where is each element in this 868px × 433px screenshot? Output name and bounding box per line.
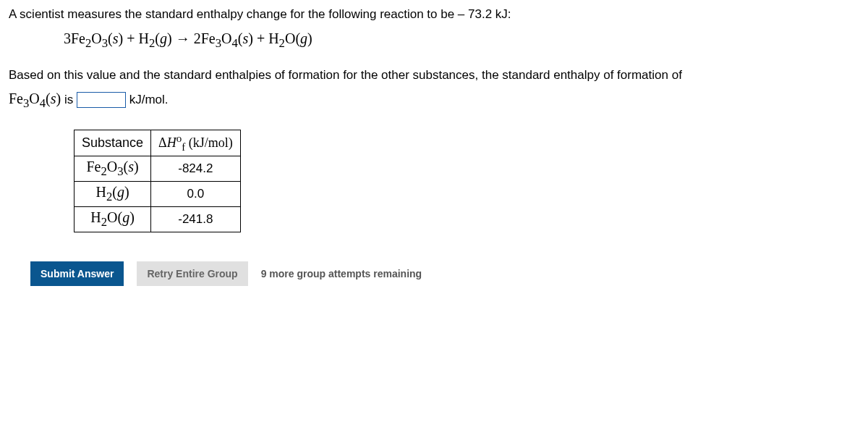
- button-row: Submit Answer Retry Entire Group 9 more …: [30, 261, 859, 286]
- value-cell: -241.8: [151, 206, 241, 232]
- attempts-remaining: 9 more group attempts remaining: [261, 268, 422, 279]
- question-post: kJ/mol.: [129, 93, 169, 106]
- answer-input[interactable]: [77, 92, 126, 108]
- table-row: Fe2O3(s) -824.2: [75, 156, 241, 181]
- substance-cell: H2(g): [75, 181, 151, 206]
- value-cell: 0.0: [151, 181, 241, 206]
- question-line: Based on this value and the standard ent…: [9, 65, 859, 114]
- substance-cell: Fe2O3(s): [75, 156, 151, 181]
- retry-button[interactable]: Retry Entire Group: [137, 261, 247, 286]
- question-pre: Based on this value and the standard ent…: [9, 68, 682, 82]
- table-row: H2(g) 0.0: [75, 181, 241, 206]
- substance-cell: H2O(g): [75, 206, 151, 232]
- enthalpy-table: Substance ΔHof (kJ/mol) Fe2O3(s) -824.2 …: [74, 130, 241, 232]
- table-row: H2O(g) -241.8: [75, 206, 241, 232]
- submit-button[interactable]: Submit Answer: [30, 261, 124, 286]
- header-substance: Substance: [75, 130, 151, 156]
- target-substance: Fe3O4(s): [9, 91, 61, 106]
- reaction-equation: 3Fe2O3(s) + H2(g) → 2Fe3O4(s) + H2O(g): [64, 30, 859, 51]
- value-cell: -824.2: [151, 156, 241, 181]
- header-value: ΔHof (kJ/mol): [151, 130, 241, 156]
- intro-text: A scientist measures the standard enthal…: [9, 7, 859, 22]
- question-mid: is: [64, 93, 77, 106]
